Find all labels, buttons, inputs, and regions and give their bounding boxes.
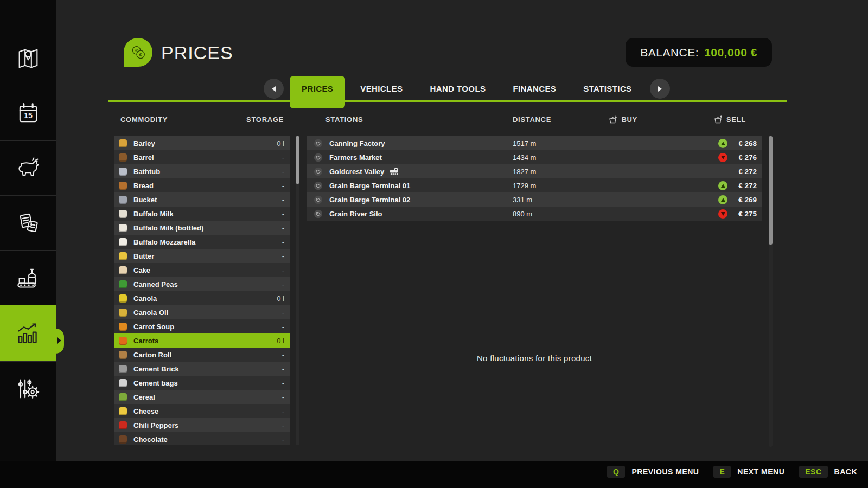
footer-separator <box>792 467 792 477</box>
station-sell-price: € 272 <box>725 182 757 190</box>
barley-icon <box>119 139 127 147</box>
station-name: Goldcrest Valley <box>329 168 384 176</box>
column-header-storage: STORAGE <box>241 111 284 129</box>
commodity-row[interactable]: Carrots 0 l <box>114 333 290 348</box>
key-badge-esc: ESC <box>799 466 827 478</box>
cement-bags-icon <box>119 379 127 387</box>
hint-back[interactable]: ESCBACK <box>799 466 857 478</box>
commodity-row[interactable]: Buffalo Mozzarella - <box>114 235 290 249</box>
tab-statistics[interactable]: STATISTICS <box>571 76 643 101</box>
sidebar-item-statistics[interactable] <box>0 305 56 361</box>
commodity-storage-value: - <box>282 379 284 387</box>
commodity-name: Canola Oil <box>133 309 282 317</box>
commodity-row[interactable]: Cheese - <box>114 404 290 418</box>
carrot-soup-icon <box>119 323 127 331</box>
commodity-row[interactable]: Butter - <box>114 249 290 263</box>
carrots-icon <box>119 337 127 345</box>
hint-next-menu[interactable]: ENEXT MENU <box>713 466 784 478</box>
commodity-row[interactable]: Canned Peas - <box>114 277 290 291</box>
commodity-name: Cereal <box>133 393 282 401</box>
sell-point-tag-icon <box>314 195 323 204</box>
commodity-name: Canola <box>133 294 277 303</box>
commodity-storage-value: - <box>282 365 284 373</box>
tab-next-button[interactable] <box>650 79 670 99</box>
commodity-row[interactable]: Carrot Soup - <box>114 319 290 333</box>
station-scrollbar-thumb[interactable] <box>769 136 773 245</box>
commodity-row[interactable]: Barrel - <box>114 150 290 164</box>
station-distance: 1827 m <box>513 168 536 176</box>
fluctuations-empty-message: No fluctuations for this product <box>307 354 762 363</box>
station-distance: 1517 m <box>513 139 536 147</box>
commodity-row[interactable]: Canola 0 l <box>114 291 290 305</box>
commodity-name: Bread <box>133 182 282 190</box>
commodity-storage-value: - <box>282 435 284 444</box>
map-icon <box>13 43 43 74</box>
cake-icon <box>119 266 127 274</box>
header-divider <box>108 129 787 129</box>
commodity-row[interactable]: Buffalo Milk (bottled) - <box>114 221 290 235</box>
commodity-row[interactable]: Bread - <box>114 178 290 192</box>
station-list: Canning Factory 1517 m € 268 Farmers Mar… <box>307 136 762 221</box>
commodity-storage-value: - <box>282 224 284 232</box>
tab-vehicles[interactable]: VEHICLES <box>348 76 414 101</box>
commodity-storage-value: 0 l <box>277 294 284 303</box>
commodity-row[interactable]: Buffalo Milk - <box>114 207 290 221</box>
calendar-icon: 15 <box>13 98 43 129</box>
station-row: Goldcrest Valley 1827 m € 272 <box>307 164 762 178</box>
key-badge-e: E <box>713 466 731 478</box>
balance-label: BALANCE: <box>640 46 699 59</box>
sidebar-item-settings[interactable] <box>0 361 56 416</box>
canola-icon <box>119 294 127 303</box>
commodity-storage-value: - <box>282 210 284 218</box>
commodity-storage-value: - <box>282 407 284 415</box>
tab-prev-icon <box>272 86 276 92</box>
sidebar-item-production[interactable] <box>0 250 56 305</box>
commodity-storage-value: - <box>282 280 284 288</box>
chocolate-icon <box>119 435 127 444</box>
tab-prices[interactable]: PRICES <box>290 76 345 108</box>
commodity-row[interactable]: Cereal - <box>114 390 290 404</box>
station-distance: 1434 m <box>513 153 536 162</box>
column-header-buy: BUY <box>609 111 637 129</box>
buffalo-mozzarella-icon <box>119 238 127 246</box>
tab-hand-tools[interactable]: HAND TOOLS <box>418 76 497 101</box>
commodity-row[interactable]: Cement bags - <box>114 376 290 390</box>
key-label: NEXT MENU <box>737 467 784 476</box>
commodity-storage-value: - <box>282 323 284 331</box>
sidebar-item-map[interactable] <box>0 31 56 86</box>
sell-point-tag-icon <box>314 153 323 162</box>
commodity-row[interactable]: Chili Peppers - <box>114 418 290 432</box>
commodity-row[interactable]: Bathtub - <box>114 164 290 178</box>
commodity-row[interactable]: Bucket - <box>114 192 290 207</box>
hint-previous-menu[interactable]: QPREVIOUS MENU <box>607 466 699 478</box>
commodity-storage-value: - <box>282 266 284 274</box>
commodity-row[interactable]: Canola Oil - <box>114 305 290 319</box>
commodity-scrollbar[interactable] <box>296 136 299 445</box>
commodity-row[interactable]: Cake - <box>114 263 290 277</box>
commodity-name: Barrel <box>133 153 282 162</box>
sidebar-item-calendar[interactable]: 15 <box>0 86 56 140</box>
buffalo-milk-icon <box>119 210 127 218</box>
commodity-storage-value: - <box>282 196 284 204</box>
station-name: Grain River Silo <box>329 210 382 218</box>
balance-badge: BALANCE: 100,000 € <box>626 38 772 67</box>
sidebar-item-animals[interactable] <box>0 140 56 195</box>
commodity-row[interactable]: Carton Roll - <box>114 348 290 362</box>
commodity-row[interactable]: Cement Brick - <box>114 362 290 376</box>
sidebar-item-contracts[interactable] <box>0 195 56 250</box>
station-row: Grain Barge Terminal 02 331 m € 269 <box>307 192 762 207</box>
station-scrollbar[interactable] <box>769 136 773 447</box>
commodity-scrollbar-thumb[interactable] <box>296 136 299 184</box>
commodity-name: Cheese <box>133 407 282 415</box>
chili-peppers-icon <box>119 421 127 429</box>
tab-finances[interactable]: FINANCES <box>501 76 568 101</box>
commodity-row[interactable]: Chocolate - <box>114 432 290 445</box>
station-name: Grain Barge Terminal 01 <box>329 182 410 190</box>
station-distance: 890 m <box>513 210 532 218</box>
commodity-name: Cement bags <box>133 379 282 387</box>
basket-down-icon <box>609 115 617 124</box>
station-row: Canning Factory 1517 m € 268 <box>307 136 762 150</box>
commodity-row[interactable]: Barley 0 l <box>114 136 290 150</box>
tab-prev-button[interactable] <box>264 79 284 99</box>
column-header-stations: STATIONS <box>326 111 363 129</box>
